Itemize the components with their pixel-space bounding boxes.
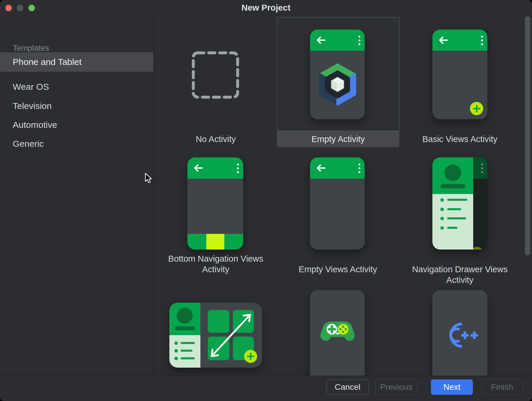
drawer-menu-items [432,194,473,250]
phone-mockup [310,290,365,376]
fab-plus-icon [470,102,483,115]
nav-drawer-panel [432,157,473,250]
drawer-menu [432,194,473,250]
sidebar-item-phone-and-tablet[interactable]: Phone and Tablet [0,52,153,72]
templates-sidebar: Templates Phone and Tablet Wear OS Telev… [0,15,154,376]
fab-plus-icon [244,350,257,363]
next-button[interactable]: Next [431,379,473,395]
game-controller-icon [319,321,356,346]
phone-mockup [432,157,487,250]
kebab-menu-icon [237,163,239,174]
phone-mockup [310,157,365,250]
title-bar: New Project [0,0,532,15]
card-label: Bottom Navigation Views Activity [155,253,277,275]
template-card-primary-detail-views-flow[interactable] [169,303,262,368]
finish-button[interactable]: Finish [481,379,523,395]
sidebar-header: Templates [13,44,49,53]
app-toolbar [310,30,365,51]
app-toolbar [432,30,487,51]
card-label-selected: Empty Activity [277,131,399,147]
mouse-cursor [145,173,153,184]
kebab-menu-icon [481,35,483,46]
sidebar-item-automotive[interactable]: Automotive [0,115,153,135]
dashed-placeholder-icon [191,50,240,100]
template-card-empty-activity[interactable]: Empty Activity [277,17,399,147]
phone-mockup [310,30,365,119]
list-pane-header [169,303,200,335]
empty-activity-thumbnail [277,17,399,131]
avatar [432,157,473,194]
card-label: Basic Views Activity [399,134,521,144]
card-label: No Activity [155,134,277,144]
phone-mockup [187,157,243,250]
bottom-nav-bar [187,234,243,250]
kebab-menu-icon [358,35,361,46]
kebab-menu-icon [358,163,361,174]
sidebar-item-generic[interactable]: Generic [0,134,153,154]
previous-button[interactable]: Previous [375,379,417,395]
app-toolbar [187,157,243,179]
sidebar-item-wear-os[interactable]: Wear OS [0,78,153,97]
jetpack-compose-logo [317,62,358,107]
vertical-scrollbar-thumb[interactable] [525,16,530,255]
sidebar-item-television[interactable]: Television [0,96,153,116]
bottom-nav-selected-tab [206,234,224,250]
phone-mockup [432,290,487,376]
drawer-header [432,157,473,194]
template-gallery: No Activity [155,15,525,376]
phone-mockup [432,30,487,119]
cancel-button[interactable]: Cancel [326,379,369,395]
app-toolbar [310,157,365,179]
cpp-logo-icon [441,321,480,349]
kebab-menu-icon [481,163,483,174]
avatar [169,303,200,335]
back-arrow-icon [193,164,203,172]
list-pane-items [169,335,200,368]
window-title: New Project [0,0,532,15]
back-arrow-icon [316,164,326,172]
card-label: Empty Views Activity [277,264,399,275]
dialog-footer: Cancel Previous Next Finish [0,376,532,401]
back-arrow-icon [316,36,326,44]
new-project-dialog: New Project Templates Phone and Tablet W… [0,0,532,401]
card-label: Navigation Drawer Views Activity [399,264,521,285]
back-arrow-icon [438,36,448,44]
